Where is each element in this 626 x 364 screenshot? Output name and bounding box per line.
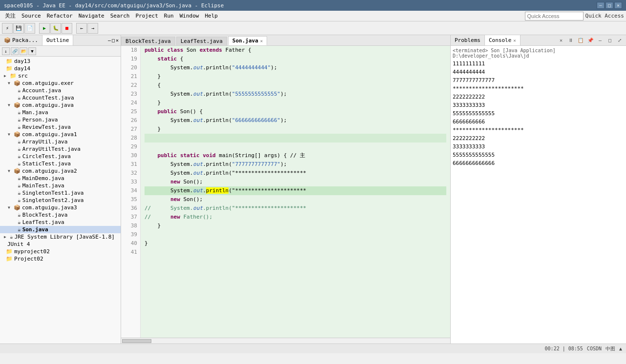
console-minimize[interactable]: — bbox=[596, 36, 605, 45]
tree-item[interactable]: ☕Man.java bbox=[0, 109, 121, 116]
console-btn4[interactable]: 📌 bbox=[586, 36, 595, 45]
tab-son-close[interactable]: ✕ bbox=[260, 39, 263, 43]
menu-bar: 关注 Source Refactor Navigate Search Proje… bbox=[0, 11, 626, 21]
editor-tabs: BlockTest.java LeafTest.java Son.java ✕ bbox=[121, 35, 450, 46]
tree-item[interactable]: 📁day14 bbox=[0, 65, 121, 72]
close-panel-btn[interactable]: ✕ bbox=[116, 38, 119, 43]
tree-item[interactable]: ☕SingletonTest2.java bbox=[0, 197, 121, 204]
hscroll-thumb[interactable] bbox=[122, 339, 151, 343]
code-line: } bbox=[145, 125, 446, 134]
tree-item[interactable]: ☕MainDemo.java bbox=[0, 175, 121, 182]
tree-item[interactable]: 📁day13 bbox=[0, 58, 121, 65]
maximize-panel-btn[interactable]: □ bbox=[112, 38, 115, 43]
console-line: 7777777777777 bbox=[453, 76, 624, 84]
maximize-button[interactable]: □ bbox=[605, 2, 613, 9]
toolbar-btn-3[interactable]: 📄 bbox=[24, 23, 35, 34]
menu-item-navigate[interactable]: Navigate bbox=[76, 12, 107, 20]
tree-item[interactable]: ☕ReviewTest.java bbox=[0, 123, 121, 131]
line-numbers: 1819202122232425262728293031323334353637… bbox=[121, 46, 141, 338]
console-btn2[interactable]: ⏸ bbox=[566, 36, 575, 45]
toolbar-btn-1[interactable]: ⚡ bbox=[2, 23, 13, 34]
tab-console-close[interactable]: ✕ bbox=[513, 38, 516, 43]
tab-packages[interactable]: 📦 Packa... bbox=[0, 35, 42, 45]
tree-item[interactable]: ☕SingletonTest1.java bbox=[0, 189, 121, 197]
code-line: System.out.println("********************… bbox=[145, 186, 446, 195]
tree-item[interactable]: ▶☕JRE System Library [JavaSE-1.8] bbox=[0, 233, 121, 241]
left-tab-controls: — □ ✕ bbox=[108, 35, 121, 45]
tree-item[interactable]: ☕ArrayUtilTest.java bbox=[0, 145, 121, 153]
tab-leaftest[interactable]: LeafTest.java bbox=[176, 37, 227, 45]
quick-access-input[interactable] bbox=[525, 12, 584, 20]
menu-item-guanzhu[interactable]: 关注 bbox=[2, 11, 19, 20]
tab-outline[interactable]: Outline bbox=[42, 35, 73, 45]
console-line: 4444444444 bbox=[453, 68, 624, 76]
console-btn3[interactable]: 📋 bbox=[576, 36, 585, 45]
code-line bbox=[145, 248, 446, 257]
toolbar-group-2: ▶ 🐛 ■ bbox=[39, 23, 72, 34]
console-expand[interactable]: ⤢ bbox=[615, 36, 624, 45]
menu-item-source[interactable]: Source bbox=[19, 12, 44, 20]
menu-item-window[interactable]: Window bbox=[177, 12, 202, 20]
tree-item[interactable]: ☕LeafTest.java bbox=[0, 219, 121, 226]
console-line: ********************** bbox=[453, 84, 624, 93]
tree-item[interactable]: ☕ArrayUtil.java bbox=[0, 138, 121, 145]
console-line: 5555555555555 bbox=[453, 151, 624, 159]
tab-console[interactable]: Console ✕ bbox=[485, 35, 521, 45]
tree-ctrl-btn1[interactable]: ↓ bbox=[2, 47, 10, 55]
tree-item[interactable]: ☕StaticTest.java bbox=[0, 160, 121, 167]
tab-blocktest[interactable]: BlockTest.java bbox=[121, 37, 175, 45]
code-area[interactable]: public class Son extends Father { static… bbox=[141, 46, 450, 338]
tree-item[interactable]: 📁myproject02 bbox=[0, 248, 121, 255]
quick-access-area: Quick Access bbox=[525, 12, 624, 20]
tree-item[interactable]: ▼📦com.atguigu.java3 bbox=[0, 204, 121, 211]
minimize-panel-btn[interactable]: — bbox=[108, 38, 111, 43]
console-maximize[interactable]: □ bbox=[605, 36, 614, 45]
tree-item[interactable]: ☕CircleTest.java bbox=[0, 153, 121, 160]
tab-problems[interactable]: Problems bbox=[451, 35, 485, 45]
toolbar-btn-run[interactable]: ▶ bbox=[39, 23, 50, 34]
tree-item[interactable]: ☕BlockTest.java bbox=[0, 211, 121, 219]
tree-ctrl-btn3[interactable]: 📂 bbox=[20, 47, 27, 55]
menu-item-run[interactable]: Run bbox=[161, 12, 177, 20]
tree-item[interactable]: ☕Person.java bbox=[0, 116, 121, 123]
tree-ctrl-btn4[interactable]: ▼ bbox=[28, 47, 36, 55]
toolbar-btn-back[interactable]: ← bbox=[76, 23, 87, 34]
tree-item[interactable]: ▶📁src bbox=[0, 72, 121, 80]
minimize-button[interactable]: — bbox=[597, 2, 605, 9]
line-number: 20 bbox=[121, 63, 137, 72]
tree-item[interactable]: ▼📦com.atguigu.exer bbox=[0, 80, 121, 87]
tree-item[interactable]: ▼📦com.atguigu.java2 bbox=[0, 167, 121, 175]
menu-item-project[interactable]: Project bbox=[132, 12, 161, 20]
tree-item[interactable]: ▼📦com.atguigu.java bbox=[0, 101, 121, 109]
tree-ctrl-btn2[interactable]: 🔗 bbox=[11, 47, 19, 55]
menu-item-help[interactable]: Help bbox=[202, 12, 221, 20]
console-content: <terminated> Son [Java Application] D:\d… bbox=[451, 46, 626, 344]
toolbar-btn-stop[interactable]: ■ bbox=[62, 23, 72, 34]
code-line: static { bbox=[145, 55, 446, 63]
tree-item[interactable]: ☕Son.java bbox=[0, 226, 121, 233]
tree-item[interactable]: ☕AccountTest.java bbox=[0, 94, 121, 101]
code-line: // System.out.println("*****************… bbox=[145, 204, 446, 213]
main-layout: 📦 Packa... Outline — □ ✕ ↓ 🔗 📂 ▼ 📁day13📁… bbox=[0, 35, 626, 344]
toolbar-btn-forward[interactable]: → bbox=[87, 23, 98, 34]
editor-hscroll[interactable] bbox=[121, 338, 450, 344]
tree-item[interactable]: ▼📦com.atguigu.java1 bbox=[0, 131, 121, 138]
toolbar-btn-2[interactable]: 💾 bbox=[13, 23, 24, 34]
tree-item[interactable]: 📁Project02 bbox=[0, 255, 121, 263]
tree-item[interactable]: ☕Account.java bbox=[0, 87, 121, 94]
menu-item-search[interactable]: Search bbox=[107, 12, 133, 20]
menu-item-refactor[interactable]: Refactor bbox=[44, 12, 76, 20]
status-cn: 中图 bbox=[605, 345, 615, 352]
code-line: } bbox=[145, 239, 446, 248]
close-button[interactable]: ✕ bbox=[614, 2, 622, 9]
tree-item[interactable]: ☕MainTest.java bbox=[0, 182, 121, 189]
tab-leaftest-label: LeafTest.java bbox=[181, 38, 223, 44]
tree-item[interactable]: JUnit 4 bbox=[0, 241, 121, 248]
console-tabs: Problems Console ✕ ✕ ⏸ 📋 📌 — □ ⤢ bbox=[451, 35, 626, 46]
console-line: 5555555555555 bbox=[453, 109, 624, 118]
toolbar-btn-debug[interactable]: 🐛 bbox=[50, 23, 61, 34]
status-indicator: ▲ bbox=[619, 346, 622, 351]
console-clear-btn[interactable]: ✕ bbox=[557, 36, 565, 45]
line-number: 32 bbox=[121, 169, 137, 178]
tab-son[interactable]: Son.java ✕ bbox=[228, 36, 267, 45]
